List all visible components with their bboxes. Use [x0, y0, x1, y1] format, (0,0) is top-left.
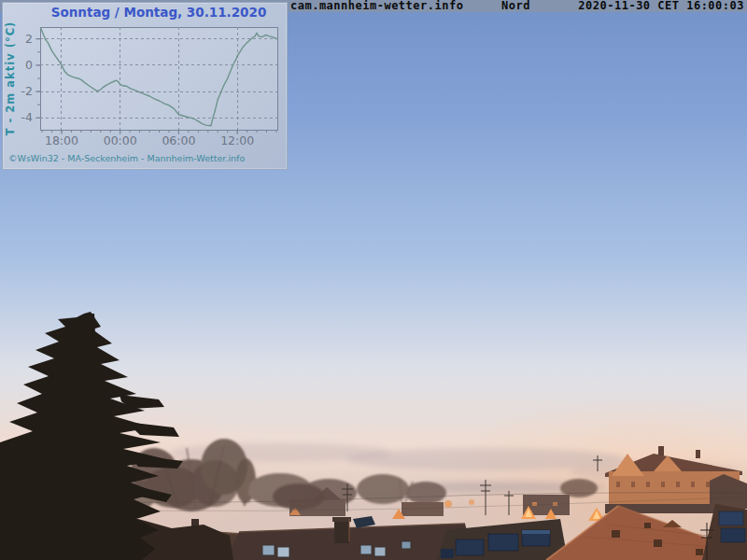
x-tick-label: 12:00: [220, 133, 254, 147]
temperature-chart-panel: 20-2-418:0000:0006:0012:00Sonntag / Mont…: [2, 2, 288, 170]
y-tick-label: 0: [25, 58, 33, 72]
x-tick-label: 00:00: [104, 133, 137, 147]
main-roof: [226, 516, 474, 560]
temperature-chart-svg: 20-2-418:0000:0006:0012:00Sonntag / Mont…: [3, 3, 287, 169]
x-tick-label: 06:00: [162, 133, 195, 147]
chart-footer-credit: ©WsWin32 - MA-Seckenheim - Mannheim-Wett…: [8, 153, 245, 163]
y-axis-label: T - 2m aktiv (°C): [4, 21, 17, 136]
y-tick-label: -4: [21, 110, 34, 124]
site-label: cam.mannheim-wetter.info: [290, 0, 463, 12]
direction-label: Nord: [501, 0, 530, 12]
chart-title: Sonntag / Montag, 30.11.2020: [51, 5, 267, 20]
y-tick-label: 2: [25, 32, 33, 46]
timestamp-label: 2020-11-30 CET 16:00:03: [578, 0, 744, 12]
conifer-tree: [0, 312, 183, 560]
x-tick-label: 18:00: [45, 133, 78, 147]
y-tick-label: -2: [21, 84, 33, 98]
webcam-frame: cam.mannheim-wetter.info Nord 2020-11-30…: [0, 0, 747, 560]
